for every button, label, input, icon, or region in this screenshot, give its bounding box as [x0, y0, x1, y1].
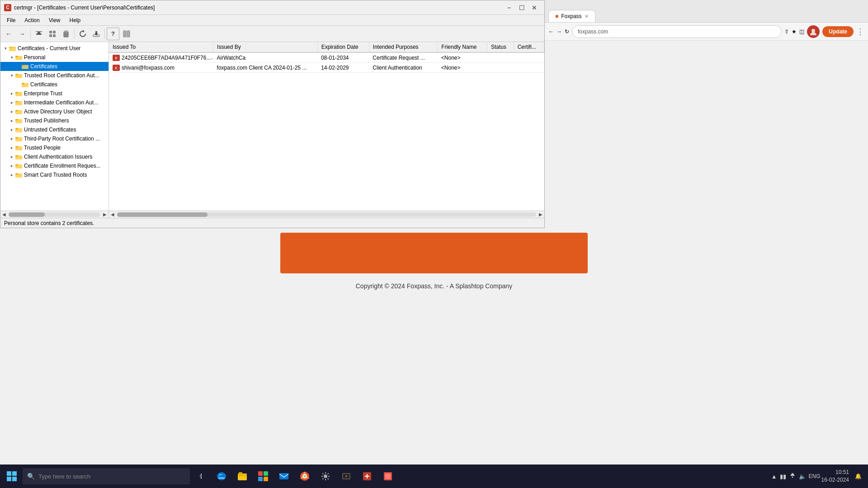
tree-item-client-auth[interactable]: Client Authentication Issuers — [0, 152, 108, 161]
tree-item-cert-enrollment[interactable]: Certificate Enrollment Reques... — [0, 161, 108, 170]
cell-friendly-2: <None> — [438, 63, 487, 73]
tree-arrow-enterprise[interactable] — [9, 91, 15, 96]
tree-arrow-trusted-root[interactable] — [9, 73, 15, 78]
scroll-container: ◀ ▶ ◀ ▶ — [0, 211, 544, 218]
menu-view[interactable]: View — [44, 16, 65, 24]
left-scroll[interactable]: ◀ ▶ — [0, 211, 109, 218]
scroll-right-arrow-right[interactable]: ▶ — [537, 211, 544, 218]
back-button[interactable]: ← — [2, 28, 15, 40]
col-intended-purposes[interactable]: Intended Purposes — [369, 42, 437, 52]
show-hide-button[interactable] — [46, 28, 59, 40]
split-button[interactable]: ◫ — [799, 28, 804, 35]
clock[interactable]: 10:51 16-02-2024 — [821, 469, 849, 484]
tray-arrow[interactable]: ▲ — [771, 473, 777, 480]
tree-arrow-smart-card[interactable] — [9, 173, 15, 177]
tree-arrow-ad-user[interactable] — [9, 109, 15, 114]
browser-back-button[interactable]: ← — [548, 28, 554, 35]
tree-arrow-third-party[interactable] — [9, 136, 15, 141]
browser-forward-button[interactable]: → — [557, 28, 562, 35]
taskbar-store-icon[interactable] — [253, 466, 273, 486]
left-scroll-track[interactable] — [9, 212, 100, 217]
right-scroll-track[interactable] — [117, 212, 536, 217]
menu-file[interactable]: File — [2, 16, 20, 24]
tray-lang[interactable]: ENG — [809, 473, 821, 479]
minimize-button[interactable]: − — [503, 1, 515, 14]
col-issued-to[interactable]: Issued To — [109, 42, 213, 52]
tree-arrow-personal[interactable] — [9, 55, 15, 60]
tree-arrow-intermediate[interactable] — [9, 100, 15, 105]
scroll-left-arrow[interactable]: ◀ — [0, 211, 8, 218]
tree-item-third-party[interactable]: Third-Party Root Certification ... — [0, 134, 108, 143]
menu-help[interactable]: Help — [65, 16, 85, 24]
tree-arrow-client-auth[interactable] — [9, 155, 15, 159]
tree-item-smart-card[interactable]: Smart Card Trusted Roots — [0, 170, 108, 179]
start-button[interactable] — [2, 466, 22, 486]
tree-arrow-cert-enrollment[interactable] — [9, 164, 15, 168]
refresh-button[interactable] — [76, 28, 89, 40]
menu-action[interactable]: Action — [20, 16, 44, 24]
browser-menu-button[interactable]: ⋮ — [856, 27, 864, 37]
col-expiration[interactable]: Expiration Date — [317, 42, 369, 52]
svg-rect-22 — [15, 74, 18, 75]
tree-item-trusted-root[interactable]: Trusted Root Certification Aut... — [0, 71, 108, 80]
date-display: 16-02-2024 — [821, 476, 849, 484]
up-button[interactable] — [33, 28, 45, 40]
table-row[interactable]: c 24205CEE6BF7AD4A9A471F0F76... AirWatch… — [109, 52, 544, 63]
tree-item-ad-user[interactable]: Active Directory User Object — [0, 107, 108, 116]
tree-item-untrusted[interactable]: Untrusted Certificates — [0, 125, 108, 134]
tab-close[interactable]: ✕ — [585, 14, 589, 19]
user-avatar[interactable] — [807, 25, 820, 38]
maximize-button[interactable]: ☐ — [515, 1, 528, 14]
col-friendly-name[interactable]: Friendly Name — [438, 42, 487, 52]
left-scroll-thumb[interactable] — [9, 212, 45, 217]
taskbar-settings-icon[interactable] — [316, 466, 335, 486]
right-scroll[interactable]: ◀ ▶ — [109, 211, 544, 218]
browser-tab[interactable]: ■ Foxpass ✕ — [548, 10, 595, 22]
tree-item-trusted-people[interactable]: Trusted People — [0, 143, 108, 152]
svg-rect-38 — [15, 146, 18, 148]
tree-item-intermediate[interactable]: Intermediate Certification Aut... — [0, 98, 108, 107]
taskbar-edge-icon[interactable] — [212, 466, 231, 486]
tree-arrow-root[interactable] — [2, 46, 9, 51]
col-status[interactable]: Status — [487, 42, 514, 52]
tree-item-trusted-root-certs[interactable]: Certificates — [0, 80, 108, 89]
taskbar-mail-icon[interactable] — [274, 466, 294, 486]
task-view-button[interactable]: ⦉ — [191, 466, 211, 486]
col-certifi[interactable]: Certifi... — [514, 42, 544, 52]
address-bar[interactable]: foxpass.com — [572, 25, 782, 38]
tree-arrow-trusted-people[interactable] — [9, 145, 15, 150]
tree-panel[interactable]: Certificates - Current User Personal Cer… — [0, 42, 109, 211]
tree-item-enterprise[interactable]: Enterprise Trust — [0, 89, 108, 98]
taskbar-tool-1[interactable] — [336, 466, 356, 486]
bookmark-button[interactable]: ★ — [792, 28, 797, 35]
tree-arrow-untrusted[interactable] — [9, 127, 15, 132]
tree-item-personal[interactable]: Personal — [0, 53, 108, 62]
table-row[interactable]: c shivani@foxpass.com foxpass.com Client… — [109, 63, 544, 73]
search-bar[interactable]: 🔍 Type here to search — [23, 468, 190, 484]
browser-refresh-button[interactable]: ↻ — [565, 28, 569, 35]
scroll-right-arrow-left[interactable]: ▶ — [101, 211, 108, 218]
tr-certs-folder-icon — [21, 81, 28, 88]
export-button[interactable] — [90, 28, 103, 40]
taskbar-chrome-icon[interactable] — [295, 466, 315, 486]
help-button[interactable]: ? — [107, 28, 119, 40]
view-button[interactable] — [120, 28, 133, 40]
tree-item-root[interactable]: Certificates - Current User — [0, 44, 108, 53]
table-panel[interactable]: Issued To Issued By Expiration Date Inte… — [109, 42, 544, 211]
forward-button[interactable]: → — [16, 28, 28, 40]
tree-item-certificates[interactable]: Certificates — [0, 62, 108, 71]
tree-arrow-trusted-publishers[interactable] — [9, 118, 15, 123]
update-button[interactable]: Update — [822, 26, 854, 37]
taskbar-tool-3[interactable] — [378, 466, 398, 486]
close-button[interactable]: ✕ — [528, 1, 541, 14]
tree-item-trusted-publishers[interactable]: Trusted Publishers — [0, 116, 108, 125]
right-scroll-thumb[interactable] — [117, 212, 208, 217]
share-button[interactable]: ⇧ — [784, 28, 789, 35]
scroll-left-arrow-right[interactable]: ◀ — [109, 211, 116, 218]
taskbar-explorer-icon[interactable] — [232, 466, 252, 486]
notification-button[interactable]: 🔔 — [850, 468, 866, 484]
taskbar-tool-2[interactable] — [357, 466, 377, 486]
intermediate-folder-icon — [15, 99, 22, 106]
col-issued-by[interactable]: Issued By — [213, 42, 318, 52]
clipboard-button[interactable] — [60, 28, 72, 40]
